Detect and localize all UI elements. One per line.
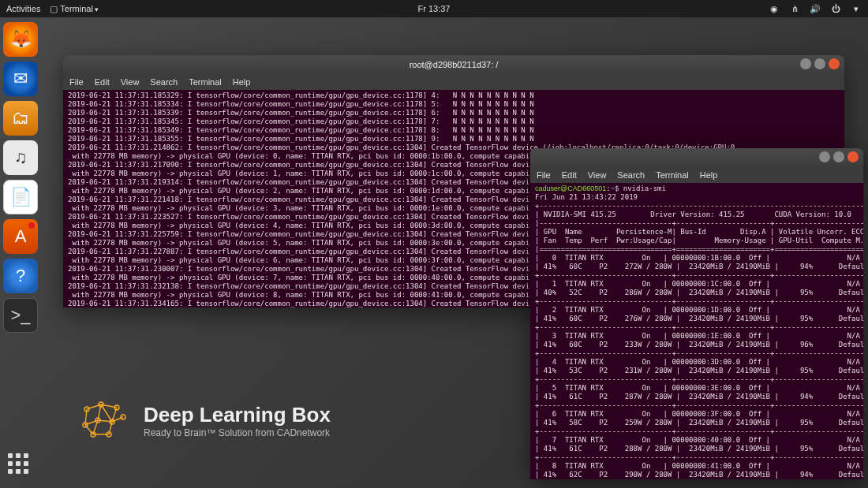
menu-edit[interactable]: Edit <box>562 170 577 180</box>
brand-title: Deep Learning Box <box>144 403 331 427</box>
gnome-topbar: Activities ▢ Terminal Fr 13:37 ◉ ⋔ 🔊 ⏻ ▾ <box>0 0 868 17</box>
show-applications-button[interactable] <box>8 453 35 480</box>
dock-terminal[interactable]: >_ <box>3 298 38 333</box>
window-title: root@d298b0211d37: / <box>410 60 499 69</box>
window-maximize-button[interactable] <box>833 151 844 162</box>
app-menu[interactable]: ▢ Terminal <box>50 4 99 14</box>
terminal-menubar: File Edit View Search Terminal Help <box>63 74 844 90</box>
terminal-window-nvidia-smi[interactable]: File Edit View Search Terminal Help cadu… <box>530 148 863 479</box>
dock-help[interactable]: ? <box>3 259 38 293</box>
volume-icon[interactable]: 🔊 <box>810 4 821 14</box>
menu-terminal[interactable]: Terminal <box>189 77 222 87</box>
terminal-menubar: File Edit View Search Terminal Help <box>530 167 863 183</box>
window-titlebar[interactable] <box>530 148 863 167</box>
brain-logo-icon <box>79 400 129 441</box>
menu-search[interactable]: Search <box>150 77 178 87</box>
dock-thunderbird[interactable]: ✉ <box>3 61 38 96</box>
dock-libreoffice-writer[interactable]: 📄 <box>3 180 38 214</box>
dock-rhythmbox[interactable]: ♫ <box>3 140 38 175</box>
menu-view[interactable]: View <box>588 170 607 180</box>
window-close-button[interactable] <box>847 151 859 162</box>
menu-edit[interactable]: Edit <box>95 77 110 87</box>
clock[interactable]: Fr 13:37 <box>418 4 451 13</box>
menu-search[interactable]: Search <box>617 170 645 180</box>
launcher-dock: 🦊 ✉ 🗂 ♫ 📄 A ? >_ <box>3 22 41 333</box>
window-titlebar[interactable]: root@d298b0211d37: / <box>63 55 844 74</box>
terminal-output[interactable]: caduser@CAD660501:~$ nvidia-smi Fri Jun … <box>530 183 863 479</box>
window-close-button[interactable] <box>829 58 840 69</box>
menu-view[interactable]: View <box>121 77 140 87</box>
menu-help[interactable]: Help <box>233 77 251 87</box>
wallpaper-branding: Deep Learning Box Ready to Brain™ Soluti… <box>79 400 331 441</box>
menu-terminal[interactable]: Terminal <box>656 170 689 180</box>
window-minimize-button[interactable] <box>800 58 811 69</box>
window-maximize-button[interactable] <box>814 58 825 69</box>
network-icon[interactable]: ⋔ <box>789 4 800 14</box>
window-minimize-button[interactable] <box>819 151 830 162</box>
system-menu-chevron-icon[interactable]: ▾ <box>851 4 862 14</box>
activities-button[interactable]: Activities <box>6 4 40 13</box>
menu-file[interactable]: File <box>537 170 551 180</box>
menu-file[interactable]: File <box>69 77 84 87</box>
dock-ubuntu-software[interactable]: A <box>3 219 38 254</box>
brand-subtitle: Ready to Brain™ Solution from CADnetwork <box>144 427 331 438</box>
app-menu-label: Terminal <box>60 4 93 13</box>
accessibility-icon[interactable]: ◉ <box>769 4 780 14</box>
dock-firefox[interactable]: 🦊 <box>3 22 38 57</box>
power-icon[interactable]: ⏻ <box>830 4 841 13</box>
menu-help[interactable]: Help <box>700 170 718 180</box>
dock-files[interactable]: 🗂 <box>3 101 38 136</box>
